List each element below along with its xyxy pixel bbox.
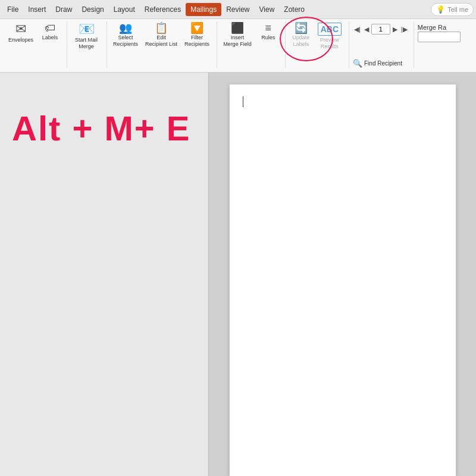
labels-button[interactable]: 🏷 Labels bbox=[38, 21, 62, 42]
text-cursor bbox=[243, 96, 243, 107]
ribbon-group-mailmerge: 📧 Start Mail Merge bbox=[68, 21, 107, 68]
mailmerge-icon: 📧 bbox=[79, 23, 95, 36]
record-number-input[interactable] bbox=[371, 24, 390, 35]
update-labels-icon: 🔄 bbox=[295, 23, 308, 33]
ribbon-group-preview: 🔄 Update Labels ABC Preview Results bbox=[287, 21, 349, 68]
menu-review[interactable]: Review bbox=[221, 3, 254, 16]
edit-recipients-icon: 📋 bbox=[155, 23, 168, 33]
filter-recipients-icon: 🔽 bbox=[190, 23, 203, 33]
rules-icon: ≡ bbox=[265, 23, 271, 33]
envelope-icon: ✉ bbox=[15, 23, 26, 36]
preview-buttons: 🔄 Update Labels ABC Preview Results bbox=[289, 21, 344, 51]
menu-references[interactable]: References bbox=[140, 3, 186, 16]
insert-merge-field-button[interactable]: ⬛ Insert Merge Field bbox=[221, 21, 254, 49]
rules-button[interactable]: ≡ Rules bbox=[256, 21, 280, 42]
menu-bar: File Insert Draw Design Layout Reference… bbox=[0, 0, 476, 19]
find-recipient-icon: 🔍 bbox=[353, 59, 362, 68]
menu-insert[interactable]: Insert bbox=[23, 3, 51, 16]
create-buttons: ✉ Envelopes 🏷 Labels bbox=[6, 21, 62, 45]
envelopes-button[interactable]: ✉ Envelopes bbox=[6, 21, 36, 45]
find-recipient-label: Find Recipient bbox=[364, 60, 402, 67]
ribbon-group-finish: Merge Ra bbox=[415, 21, 465, 68]
tell-me-box[interactable]: 💡 Tell me bbox=[431, 3, 474, 16]
next-record-button[interactable]: ▶ bbox=[392, 25, 399, 34]
select-recipients-icon: 👥 bbox=[119, 23, 132, 33]
menu-mailings[interactable]: Mailings bbox=[186, 3, 221, 16]
menu-layout[interactable]: Layout bbox=[109, 3, 140, 16]
nav-controls: ◀| ◀ ▶ |▶ bbox=[353, 24, 409, 35]
menu-file[interactable]: File bbox=[2, 3, 23, 16]
last-record-button[interactable]: |▶ bbox=[400, 25, 409, 34]
ribbon-group-navigate: ◀| ◀ ▶ |▶ 🔍 Find Recipient bbox=[350, 21, 414, 68]
menu-zotero[interactable]: Zotero bbox=[279, 3, 309, 16]
edit-recipient-list-label: Edit Recipient List bbox=[145, 35, 177, 48]
document-area[interactable] bbox=[209, 73, 476, 476]
select-recipients-label: Select Recipients bbox=[113, 35, 138, 48]
prev-record-button[interactable]: ◀ bbox=[363, 25, 370, 34]
ribbon-group-create: ✉ Envelopes 🏷 Labels bbox=[4, 21, 67, 68]
fields-buttons: ⬛ Insert Merge Field ≡ Rules bbox=[221, 21, 280, 49]
lightbulb-icon: 💡 bbox=[436, 5, 445, 14]
ribbon-group-fields: ⬛ Insert Merge Field ≡ Rules bbox=[218, 21, 286, 68]
select-recipients-button[interactable]: 👥 Select Recipients bbox=[111, 21, 140, 49]
tell-me-label: Tell me bbox=[447, 6, 468, 13]
menu-draw[interactable]: Draw bbox=[51, 3, 77, 16]
merge-range-area: Merge Ra bbox=[418, 24, 461, 42]
preview-results-abc: ABC bbox=[318, 23, 342, 36]
mailmerge-buttons: 📧 Start Mail Merge bbox=[71, 21, 102, 51]
update-labels-button[interactable]: 🔄 Update Labels bbox=[289, 21, 313, 49]
preview-results-button[interactable]: ABC Preview Results bbox=[315, 21, 344, 51]
merge-range-label: Merge Ra bbox=[418, 24, 461, 31]
insert-merge-field-icon: ⬛ bbox=[231, 23, 244, 33]
start-mail-merge-label: Start Mail Merge bbox=[75, 37, 98, 50]
insert-merge-field-label: Insert Merge Field bbox=[223, 35, 252, 48]
envelopes-label: Envelopes bbox=[8, 37, 33, 43]
ribbon-group-recipients: 👥 Select Recipients 📋 Edit Recipient Lis… bbox=[108, 21, 217, 68]
first-record-button[interactable]: ◀| bbox=[353, 25, 362, 34]
shortcut-annotation: Alt + M+ E bbox=[12, 108, 190, 148]
document-page[interactable] bbox=[230, 84, 456, 476]
find-recipient-row: 🔍 Find Recipient bbox=[353, 59, 402, 68]
menu-view[interactable]: View bbox=[255, 3, 280, 16]
menu-design[interactable]: Design bbox=[77, 3, 108, 16]
start-mail-merge-button[interactable]: 📧 Start Mail Merge bbox=[71, 21, 102, 51]
labels-label: Labels bbox=[42, 35, 58, 41]
merge-range-input[interactable] bbox=[418, 32, 461, 42]
preview-results-label: Preview Results bbox=[320, 37, 339, 50]
labels-icon: 🏷 bbox=[45, 23, 55, 33]
rules-label: Rules bbox=[261, 35, 275, 41]
ribbon: ✉ Envelopes 🏷 Labels 📧 Start Mail Merge … bbox=[0, 19, 476, 73]
content-area: Alt + M+ E bbox=[0, 73, 476, 476]
recipients-buttons: 👥 Select Recipients 📋 Edit Recipient Lis… bbox=[111, 21, 212, 49]
left-panel: Alt + M+ E bbox=[0, 73, 208, 476]
edit-recipient-list-button[interactable]: 📋 Edit Recipient List bbox=[143, 21, 180, 49]
filter-recipients-label: Filter Recipients bbox=[184, 35, 209, 48]
filter-recipients-button[interactable]: 🔽 Filter Recipients bbox=[182, 21, 212, 49]
update-labels-label: Update Labels bbox=[292, 35, 309, 48]
